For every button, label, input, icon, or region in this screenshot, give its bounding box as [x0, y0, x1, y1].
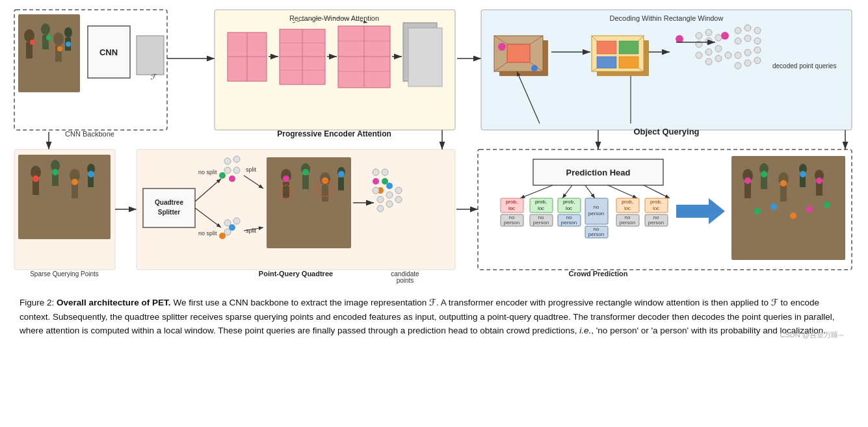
svg-point-91: [735, 52, 741, 58]
svg-text:split: split: [246, 166, 257, 173]
svg-point-237: [824, 201, 830, 208]
svg-point-75: [705, 38, 712, 44]
svg-text:decoded point queries: decoded point queries: [772, 62, 836, 70]
svg-point-12: [57, 46, 62, 51]
svg-text:Object Querying: Object Querying: [633, 127, 699, 136]
svg-text:person: person: [533, 220, 549, 226]
svg-rect-3: [26, 42, 33, 58]
svg-point-151: [338, 171, 345, 177]
svg-rect-141: [283, 182, 289, 198]
svg-rect-223: [780, 185, 787, 201]
svg-point-96: [754, 57, 761, 64]
figure-number: Figure 2:: [20, 298, 54, 307]
svg-point-228: [744, 177, 751, 184]
svg-text:Progressive Encoder Attention: Progressive Encoder Attention: [277, 129, 391, 138]
svg-rect-62: [619, 41, 638, 54]
svg-text:prob,: prob,: [650, 199, 662, 205]
svg-point-4: [41, 23, 50, 35]
svg-text:person: person: [504, 220, 519, 226]
svg-text:Splitter: Splitter: [158, 209, 181, 216]
diagram-container: CNN ℱ CNN Backbone Rectangle-Window Atte…: [13, 6, 855, 286]
svg-point-128: [229, 175, 235, 182]
svg-point-77: [696, 52, 702, 58]
svg-point-230: [780, 180, 787, 187]
svg-text:person: person: [588, 211, 604, 216]
svg-rect-143: [302, 175, 309, 189]
svg-rect-117: [143, 188, 195, 227]
svg-text:loc: loc: [508, 205, 515, 211]
svg-point-95: [744, 60, 751, 66]
svg-text:no: no: [594, 204, 599, 210]
svg-point-124: [224, 158, 231, 164]
svg-point-167: [395, 196, 402, 203]
svg-rect-64: [619, 57, 638, 68]
svg-point-125: [233, 156, 240, 162]
svg-point-76: [715, 34, 722, 41]
svg-point-78: [705, 49, 712, 55]
svg-rect-63: [597, 57, 616, 68]
svg-point-94: [735, 62, 741, 69]
svg-point-89: [744, 35, 751, 42]
svg-point-81: [715, 55, 722, 62]
svg-point-10: [30, 40, 35, 45]
caption-bold: Overall architecture of PET.: [57, 298, 171, 307]
svg-text:prob,: prob,: [622, 199, 633, 205]
svg-text:Sparse Querying Points: Sparse Querying Points: [30, 270, 99, 278]
svg-point-133: [229, 224, 235, 231]
svg-point-236: [806, 206, 813, 213]
svg-text:CNN: CNN: [99, 47, 118, 57]
svg-rect-145: [322, 185, 328, 201]
svg-point-155: [373, 169, 379, 175]
svg-text:CNN Backbone: CNN Backbone: [65, 130, 114, 138]
svg-text:loc: loc: [653, 205, 659, 211]
svg-text:loc: loc: [624, 205, 631, 211]
svg-point-113: [88, 171, 94, 177]
svg-point-71: [676, 35, 683, 43]
svg-text:loc: loc: [566, 205, 572, 211]
svg-point-72: [696, 32, 702, 39]
svg-point-87: [754, 27, 761, 34]
svg-text:prob,: prob,: [563, 199, 575, 205]
svg-text:Decoding Within Rectangle Wind: Decoding Within Rectangle Window: [610, 14, 724, 22]
svg-point-156: [382, 169, 388, 175]
svg-point-126: [224, 167, 231, 174]
svg-text:points: points: [397, 277, 414, 284]
svg-text:prob,: prob,: [535, 199, 547, 205]
svg-point-160: [386, 183, 393, 189]
svg-point-88: [735, 38, 741, 44]
svg-text:split: split: [246, 227, 257, 234]
svg-point-129: [219, 172, 226, 179]
svg-point-82: [725, 52, 731, 58]
svg-point-162: [377, 196, 384, 203]
svg-point-13: [66, 42, 71, 47]
svg-text:loc: loc: [538, 205, 544, 211]
svg-text:Quadtree: Quadtree: [155, 199, 183, 206]
svg-text:person: person: [648, 220, 664, 226]
svg-point-85: [735, 27, 741, 34]
svg-point-80: [705, 58, 712, 65]
svg-text:person: person: [588, 231, 604, 237]
svg-rect-43: [408, 28, 442, 86]
svg-point-229: [761, 171, 767, 177]
svg-point-234: [770, 203, 777, 210]
svg-point-6: [53, 32, 64, 45]
svg-point-112: [72, 179, 78, 185]
svg-point-93: [754, 47, 761, 53]
diagram-svg: CNN ℱ CNN Backbone Rectangle-Window Atte…: [13, 6, 855, 286]
svg-point-110: [33, 175, 39, 182]
svg-point-161: [373, 187, 379, 194]
svg-point-164: [377, 205, 384, 212]
svg-point-84: [721, 32, 729, 40]
svg-rect-147: [338, 177, 344, 190]
svg-text:person: person: [620, 220, 635, 226]
svg-point-11: [46, 35, 51, 40]
svg-point-148: [283, 175, 289, 182]
svg-point-131: [233, 218, 240, 224]
svg-text:prob,: prob,: [506, 199, 518, 205]
svg-point-233: [754, 208, 761, 214]
svg-rect-219: [744, 182, 751, 198]
svg-point-163: [386, 192, 393, 198]
svg-text:person: person: [561, 220, 577, 226]
svg-point-149: [302, 169, 309, 175]
svg-point-51: [498, 43, 506, 51]
